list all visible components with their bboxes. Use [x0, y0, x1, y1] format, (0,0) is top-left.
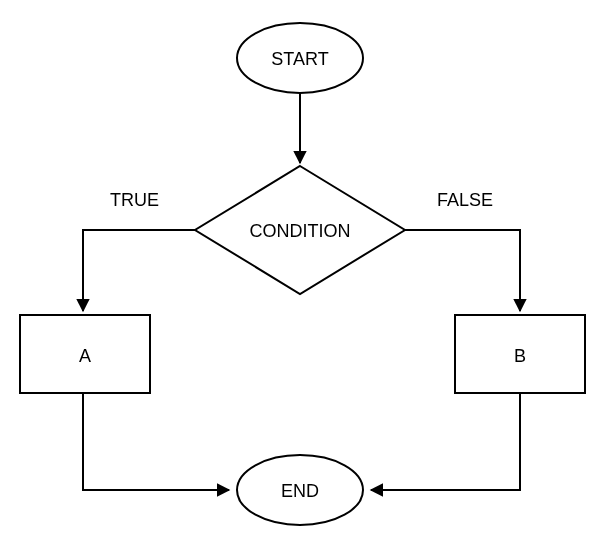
condition-label: CONDITION [250, 221, 351, 241]
end-label: END [281, 481, 319, 501]
edge-condition-to-a [83, 230, 195, 311]
process-a-label: A [79, 346, 91, 366]
true-edge-label: TRUE [110, 190, 159, 210]
flowchart-diagram: START CONDITION TRUE FALSE A B END [0, 0, 600, 558]
false-edge-label: FALSE [437, 190, 493, 210]
start-label: START [271, 49, 328, 69]
edge-b-to-end [371, 393, 520, 490]
process-b-label: B [514, 346, 526, 366]
edge-condition-to-b [405, 230, 520, 311]
edge-a-to-end [83, 393, 229, 490]
